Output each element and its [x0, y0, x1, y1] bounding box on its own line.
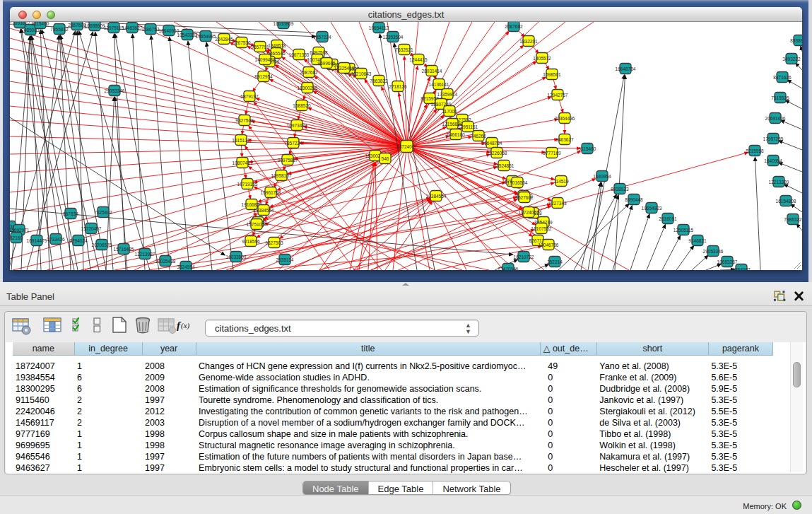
svg-text:16648784: 16648784 [482, 141, 502, 146]
svg-text:13524851: 13524851 [494, 163, 514, 168]
svg-text:10973493: 10973493 [287, 123, 307, 128]
svg-text:1267530: 1267530 [233, 40, 251, 45]
svg-text:2867608: 2867608 [68, 23, 86, 28]
svg-text:10719155: 10719155 [237, 182, 258, 187]
svg-text:7515526: 7515526 [771, 95, 789, 100]
svg-text:29053346: 29053346 [703, 249, 724, 254]
svg-text:15692971: 15692971 [10, 228, 30, 233]
svg-text:19654923: 19654923 [642, 206, 662, 211]
svg-text:10046786: 10046786 [539, 243, 559, 247]
svg-text:10807487: 10807487 [233, 160, 253, 165]
svg-text:12975115: 12975115 [104, 25, 124, 30]
svg-text:18724007: 18724007 [396, 144, 417, 149]
svg-text:1733426: 1733426 [47, 237, 65, 242]
svg-text:7625402: 7625402 [94, 210, 112, 215]
svg-text:8215958: 8215958 [746, 148, 764, 153]
svg-text:1598501: 1598501 [543, 72, 561, 77]
svg-text:14099489: 14099489 [255, 57, 276, 62]
svg-text:9115460: 9115460 [579, 146, 596, 151]
svg-text:3824554: 3824554 [177, 264, 195, 269]
svg-text:20364436: 20364436 [555, 116, 575, 121]
svg-text:546: 546 [382, 156, 389, 161]
svg-text:10958107: 10958107 [271, 173, 292, 178]
svg-text:1640954: 1640954 [593, 174, 611, 179]
svg-text:12213389: 12213389 [769, 180, 789, 185]
svg-text:15716485: 15716485 [114, 247, 134, 252]
svg-text:1186753: 1186753 [142, 27, 160, 32]
svg-text:16961758: 16961758 [261, 190, 281, 195]
svg-text:7857224: 7857224 [284, 141, 302, 146]
svg-text:16914479: 16914479 [27, 238, 47, 243]
svg-text:16210722: 16210722 [514, 255, 534, 259]
svg-text:14136141: 14136141 [429, 82, 449, 87]
svg-text:9327503: 9327503 [265, 240, 283, 245]
svg-text:12213987: 12213987 [135, 252, 155, 257]
svg-text:29053346: 29053346 [105, 88, 125, 93]
svg-text:1588520: 1588520 [293, 103, 311, 108]
svg-text:10543382: 10543382 [177, 33, 198, 37]
svg-text:15751074: 15751074 [247, 222, 267, 227]
svg-text:7632621: 7632621 [395, 47, 413, 52]
svg-text:7857224: 7857224 [313, 35, 331, 40]
svg-text:7663822: 7663822 [370, 78, 388, 83]
svg-text:117006: 117006 [442, 109, 457, 114]
svg-text:19384554: 19384554 [254, 208, 274, 213]
svg-text:6794024: 6794024 [69, 238, 88, 243]
svg-text:8938923: 8938923 [790, 38, 802, 43]
svg-text:252214: 252214 [547, 259, 563, 264]
svg-text:114519: 114519 [553, 179, 569, 184]
svg-text:16210643: 16210643 [351, 71, 372, 76]
svg-text:13226058: 13226058 [487, 151, 507, 156]
svg-text:6879197: 6879197 [240, 94, 259, 99]
svg-text:9115460: 9115460 [32, 22, 49, 26]
svg-text:867834: 867834 [63, 211, 78, 216]
svg-text:15720407: 15720407 [81, 226, 102, 231]
svg-text:9699695: 9699695 [317, 61, 336, 66]
svg-text:12353594: 12353594 [383, 35, 404, 40]
svg-text:6466160: 6466160 [447, 132, 465, 137]
svg-text:16154808: 16154808 [776, 199, 796, 204]
svg-text:7955812: 7955812 [50, 27, 69, 32]
svg-text:2616091: 2616091 [659, 216, 677, 221]
svg-text:10688609: 10688609 [85, 23, 105, 28]
svg-text:10654112: 10654112 [369, 25, 389, 30]
svg-text:9218596: 9218596 [242, 239, 260, 244]
svg-text:17957255: 17957255 [763, 136, 784, 141]
svg-text:23420046: 23420046 [498, 267, 519, 271]
svg-text:2935114: 2935114 [276, 257, 294, 262]
svg-text:1244415: 1244415 [409, 57, 428, 62]
svg-text:1405572: 1405572 [533, 56, 551, 61]
svg-text:9884067: 9884067 [732, 267, 751, 271]
svg-text:14463627: 14463627 [122, 25, 143, 30]
svg-text:20691406: 20691406 [765, 116, 786, 121]
svg-text:19384554: 19384554 [426, 194, 447, 199]
svg-text:2718126: 2718126 [389, 84, 407, 89]
svg-text:9777169: 9777169 [543, 151, 561, 156]
svg-text:18640910: 18640910 [159, 28, 180, 33]
svg-text:3493222: 3493222 [782, 57, 801, 62]
svg-text:8912954: 8912954 [254, 74, 273, 79]
svg-text:1615132: 1615132 [232, 138, 250, 143]
svg-text:1527602: 1527602 [515, 195, 534, 200]
svg-text:8990448: 8990448 [625, 197, 643, 202]
svg-text:10653287: 10653287 [717, 259, 738, 264]
svg-text:28031414: 28031414 [422, 69, 442, 74]
svg-text:9657791: 9657791 [251, 45, 269, 49]
svg-text:1349578: 1349578 [268, 43, 286, 48]
svg-text:16033809: 16033809 [226, 255, 247, 259]
svg-text:18724007: 18724007 [519, 210, 539, 215]
svg-text:(x): (x) [181, 321, 190, 330]
svg-text:20206576: 20206576 [92, 243, 112, 247]
svg-text:13951151: 13951151 [458, 124, 478, 129]
svg-text:16648784: 16648784 [616, 66, 636, 71]
svg-text:8938923: 8938923 [611, 187, 629, 192]
svg-text:10025438: 10025438 [155, 259, 176, 264]
svg-text:16033809: 16033809 [273, 22, 294, 26]
svg-text:19654985: 19654985 [196, 34, 216, 39]
svg-text:13325419: 13325419 [334, 66, 355, 71]
svg-text:2242845: 2242845 [215, 37, 233, 42]
svg-text:16107552: 16107552 [531, 226, 552, 231]
svg-text:9327508: 9327508 [235, 118, 254, 123]
svg-text:30975887: 30975887 [278, 158, 298, 163]
svg-text:62160: 62160 [10, 235, 23, 240]
